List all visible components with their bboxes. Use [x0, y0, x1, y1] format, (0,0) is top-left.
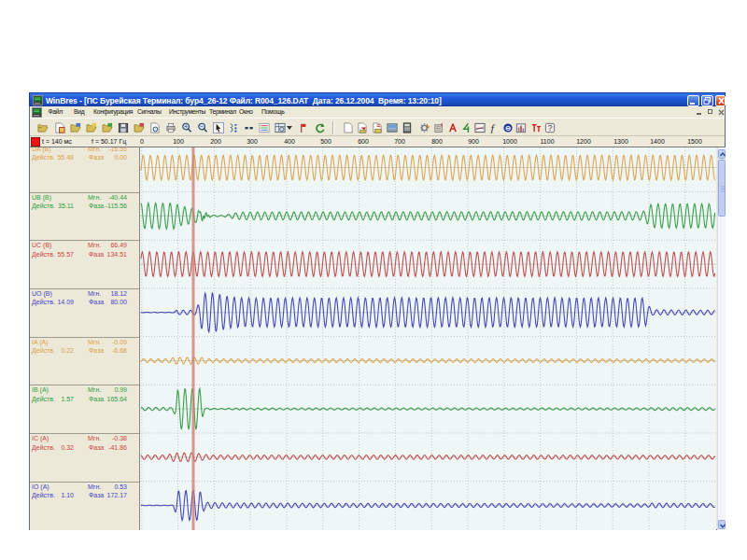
svg-text:?: ?: [548, 123, 553, 133]
svg-text:f: f: [491, 122, 496, 133]
svg-text:+: +: [184, 123, 188, 130]
svg-text:Θ: Θ: [505, 124, 511, 133]
svg-text:−: −: [200, 123, 204, 130]
